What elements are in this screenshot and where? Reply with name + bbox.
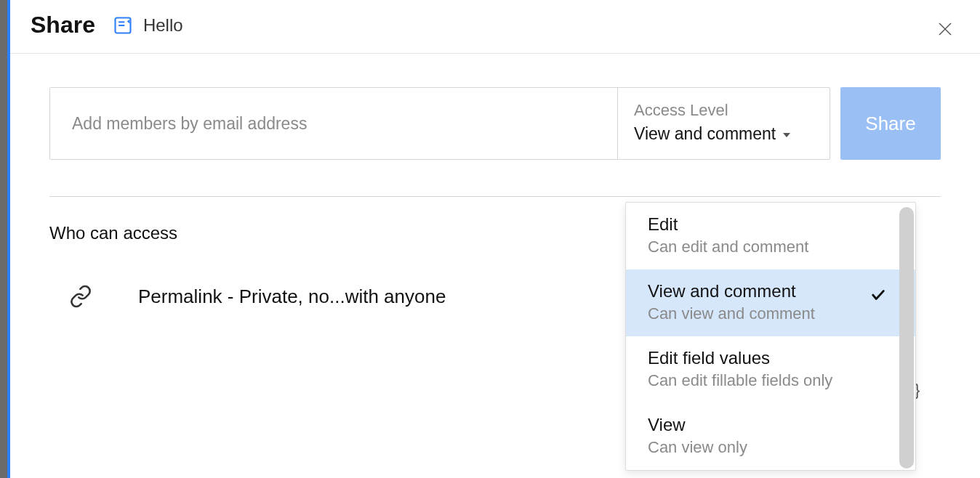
dropdown-item-view[interactable]: ViewCan view only bbox=[626, 403, 915, 470]
scrollbar[interactable] bbox=[899, 207, 914, 469]
dropdown-item-view-and-comment[interactable]: View and commentCan view and comment bbox=[626, 270, 915, 336]
dropdown-item-edit-field-values[interactable]: Edit field valuesCan edit fillable field… bbox=[626, 336, 915, 403]
dropdown-item-title: View and comment bbox=[648, 281, 893, 301]
dropdown-item-title: View bbox=[648, 415, 893, 435]
close-icon bbox=[936, 20, 954, 38]
access-level-value: View and comment bbox=[634, 124, 776, 144]
email-input[interactable] bbox=[50, 88, 617, 159]
close-button[interactable] bbox=[933, 17, 957, 41]
modal-title: Share bbox=[31, 12, 95, 39]
invite-input-group: Access Level View and comment bbox=[49, 87, 830, 160]
modal-header: Share Hello bbox=[10, 0, 980, 54]
access-level-dropdown: EditCan edit and commentView and comment… bbox=[625, 202, 916, 471]
caret-down-icon bbox=[783, 133, 790, 137]
check-icon bbox=[870, 287, 886, 303]
dropdown-item-desc: Can view and comment bbox=[648, 304, 893, 323]
dropdown-item-desc: Can edit and comment bbox=[648, 238, 893, 256]
document-icon bbox=[113, 15, 133, 36]
dropdown-item-title: Edit bbox=[648, 214, 893, 235]
dropdown-item-edit[interactable]: EditCan edit and comment bbox=[626, 203, 915, 270]
invite-row: Access Level View and comment Share bbox=[49, 87, 941, 160]
document-name: Hello bbox=[143, 15, 183, 36]
permalink-text: Permalink - Private, no...with anyone bbox=[138, 285, 446, 308]
dropdown-item-title: Edit field values bbox=[648, 348, 893, 368]
dropdown-item-desc: Can edit fillable fields only bbox=[648, 371, 893, 390]
link-icon bbox=[68, 284, 93, 309]
share-modal: Share Hello Access Level bbox=[7, 0, 980, 478]
dropdown-item-desc: Can view only bbox=[648, 438, 893, 457]
modal-body: Access Level View and comment Share Who … bbox=[10, 54, 980, 478]
share-button[interactable]: Share bbox=[840, 87, 941, 160]
access-level-label: Access Level bbox=[634, 101, 814, 120]
divider bbox=[49, 196, 941, 197]
access-level-selector[interactable]: Access Level View and comment bbox=[617, 88, 830, 159]
